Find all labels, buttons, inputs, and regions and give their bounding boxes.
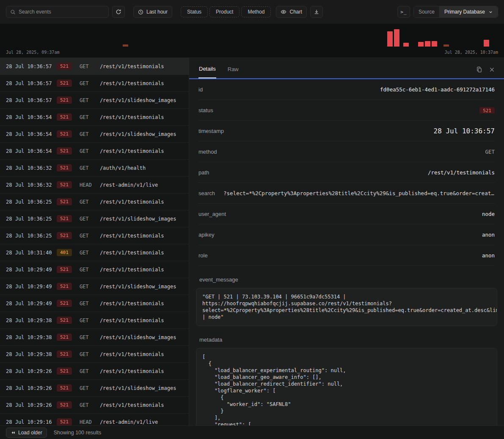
filter-chip-product[interactable]: Product <box>209 6 240 17</box>
log-timestamp: 28 Jul 10:29:38 <box>6 318 57 323</box>
log-method: GET <box>80 165 100 171</box>
log-row[interactable]: 28 Jul 10:29:26 521 GET /rest/v1/testimo… <box>0 363 189 380</box>
log-row[interactable]: 28 Jul 10:36:32 521 GET /auth/v1/health <box>0 160 189 177</box>
log-row[interactable]: 28 Jul 10:29:26 521 GET /rest/v1/testimo… <box>0 397 189 414</box>
detail-field-row: status 521 <box>198 100 495 121</box>
log-row[interactable]: 28 Jul 10:36:54 521 GET /rest/v1/slidesh… <box>0 126 189 143</box>
log-path: /rest/v1/testimonials <box>100 318 164 323</box>
detail-field-value: node <box>482 211 495 217</box>
time-range-button[interactable]: Last hour <box>133 6 172 18</box>
log-timestamp: 28 Jul 10:29:26 <box>6 368 57 374</box>
histogram-bar[interactable] <box>403 43 409 47</box>
log-path: /rest/v1/testimonials <box>100 402 164 408</box>
log-timestamp: 28 Jul 10:36:57 <box>6 97 57 103</box>
log-row[interactable]: 28 Jul 10:36:32 521 HEAD /rest-admin/v1/… <box>0 177 189 193</box>
log-timestamp: 28 Jul 10:36:57 <box>6 80 57 86</box>
log-row[interactable]: 28 Jul 10:29:49 521 GET /rest/v1/testimo… <box>0 295 189 312</box>
log-row[interactable]: 28 Jul 10:29:38 521 GET /rest/v1/testimo… <box>0 312 189 329</box>
log-method: GET <box>80 351 100 357</box>
details-tabs: DetailsRaw <box>198 66 250 78</box>
log-method: GET <box>80 318 100 323</box>
log-path: /rest/v1/testimonials <box>100 267 164 273</box>
log-row[interactable]: 28 Jul 10:36:57 521 GET /rest/v1/testimo… <box>0 75 189 92</box>
detail-field-label: timestamp <box>198 128 224 134</box>
log-path: /rest/v1/slideshow_images <box>100 131 176 137</box>
footer-bar: Load older Showing 100 results <box>0 425 504 439</box>
log-row[interactable]: 28 Jul 10:29:16 521 HEAD /rest-admin/v1/… <box>0 414 189 425</box>
log-row[interactable]: 28 Jul 10:36:54 521 GET /rest/v1/testimo… <box>0 143 189 160</box>
detail-field-value: fd0ea55c-6eb1-4ed1-aadc-691272a17146 <box>380 86 495 93</box>
search-input[interactable] <box>19 9 105 15</box>
filter-chip-method[interactable]: Method <box>241 6 271 17</box>
source-value: Primary Database <box>444 9 485 15</box>
refresh-icon <box>116 9 121 15</box>
log-method: GET <box>80 216 100 222</box>
download-button[interactable] <box>310 6 323 18</box>
histogram-bar[interactable] <box>484 40 489 47</box>
log-path: /rest/v1/slideshow_images <box>100 385 176 391</box>
detail-field-row: search ?select=*%2Cproperty%3Aproperties… <box>198 183 495 204</box>
detail-field-label: search <box>198 190 215 196</box>
tab-raw[interactable]: Raw <box>227 66 239 78</box>
chart-toggle-button[interactable]: Chart <box>276 6 306 18</box>
log-row[interactable]: 28 Jul 10:29:49 521 GET /rest/v1/slidesh… <box>0 278 189 295</box>
log-row[interactable]: 28 Jul 10:36:25 521 GET /rest/v1/testimo… <box>0 193 189 210</box>
log-path: /auth/v1/health <box>100 165 146 171</box>
histogram-bar[interactable] <box>432 41 437 47</box>
log-row[interactable]: 28 Jul 10:29:26 521 GET /rest/v1/slidesh… <box>0 380 189 397</box>
detail-field-value: 521 <box>479 107 495 113</box>
log-row[interactable]: 28 Jul 10:29:49 521 GET /rest/v1/testimo… <box>0 261 189 278</box>
log-timestamp: 28 Jul 10:36:54 <box>6 148 57 154</box>
log-path: /rest/v1/slideshow_images <box>100 284 176 290</box>
detail-field-label: id <box>198 86 203 93</box>
histogram-end-label: Jul 28, 2025, 10:37am <box>445 50 498 55</box>
log-row[interactable]: 28 Jul 10:36:57 521 GET /rest/v1/testimo… <box>0 58 189 75</box>
close-icon[interactable] <box>489 67 495 72</box>
detail-field-value: anon <box>482 252 495 259</box>
log-row[interactable]: 28 Jul 10:36:54 521 GET /rest/v1/testimo… <box>0 109 189 126</box>
log-row[interactable]: 28 Jul 10:29:38 521 GET /rest/v1/slidesh… <box>0 329 189 346</box>
log-row[interactable]: 28 Jul 10:36:25 521 GET /rest/v1/testimo… <box>0 227 189 244</box>
log-timestamp: 28 Jul 10:29:49 <box>6 301 57 306</box>
log-method: GET <box>80 64 100 69</box>
log-row[interactable]: 28 Jul 10:36:57 521 GET /rest/v1/slidesh… <box>0 92 189 109</box>
tab-details[interactable]: Details <box>198 66 216 78</box>
source-dropdown[interactable]: Primary Database <box>440 6 498 17</box>
log-method: GET <box>80 267 100 273</box>
log-path: /rest/v1/testimonials <box>100 233 164 239</box>
log-method: GET <box>80 368 100 374</box>
detail-field-row: user_agent node <box>198 204 495 224</box>
log-row[interactable]: 28 Jul 10:36:25 521 GET /rest/v1/slidesh… <box>0 210 189 227</box>
load-older-button[interactable]: Load older <box>6 428 47 438</box>
chevron-down-icon <box>488 10 493 14</box>
log-method: GET <box>80 148 100 154</box>
histogram-bar[interactable] <box>418 42 424 47</box>
query-console-button[interactable]: >_ <box>397 6 410 18</box>
event-message-label: event_message <box>199 276 494 283</box>
results-count-label: Showing 100 results <box>54 430 102 436</box>
histogram-bar[interactable] <box>394 29 399 47</box>
copy-icon[interactable] <box>476 66 482 73</box>
log-path: /rest/v1/testimonials <box>100 301 164 306</box>
time-range-label: Last hour <box>146 9 168 15</box>
histogram-bar[interactable] <box>387 31 393 47</box>
histogram-bar[interactable] <box>123 44 128 47</box>
detail-field-value: 28 Jul 10:36:57 <box>434 127 495 135</box>
status-badge: 521 <box>57 418 72 425</box>
status-badge: 521 <box>57 384 72 392</box>
log-list: 28 Jul 10:36:57 521 GET /rest/v1/testimo… <box>0 58 189 425</box>
status-badge: 521 <box>57 147 72 155</box>
log-method: GET <box>80 385 100 391</box>
histogram-bar[interactable] <box>443 44 449 47</box>
filter-chip-status[interactable]: Status <box>181 6 208 17</box>
log-row[interactable]: 28 Jul 10:31:40 401 GET /rest/v1/testimo… <box>0 244 189 261</box>
detail-field-label: method <box>198 149 217 155</box>
log-timestamp: 28 Jul 10:36:25 <box>6 233 57 239</box>
search-box[interactable] <box>6 6 109 18</box>
detail-field-row: apikey anon <box>198 224 495 245</box>
detail-field-value: ?select=*%2Cproperty%3Aproperties%28titl… <box>223 190 495 196</box>
histogram-bar[interactable] <box>425 41 430 47</box>
log-row[interactable]: 28 Jul 10:29:38 521 GET /rest/v1/testimo… <box>0 346 189 363</box>
main-content: 28 Jul 10:36:57 521 GET /rest/v1/testimo… <box>0 58 504 425</box>
refresh-button[interactable] <box>112 6 125 18</box>
